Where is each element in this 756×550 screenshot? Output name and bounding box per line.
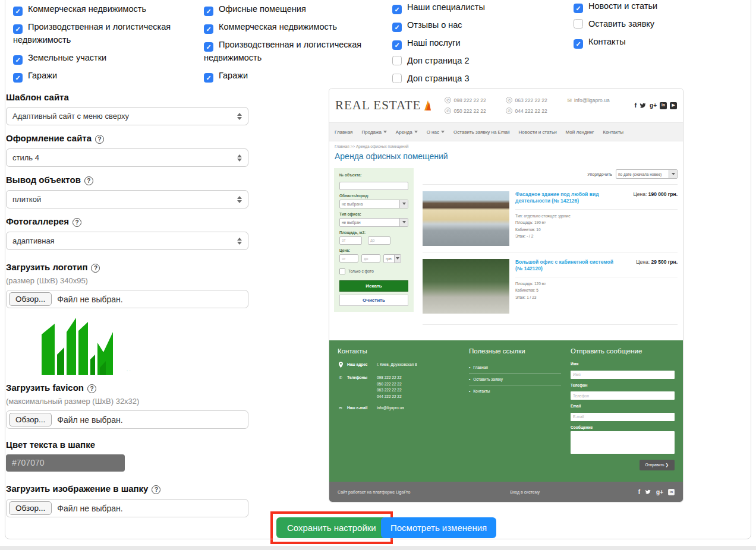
objects-view-select[interactable]: плиткой — [6, 190, 248, 208]
footer-link-home[interactable]: Главная — [469, 362, 561, 374]
listing-photo[interactable] — [423, 191, 509, 246]
checkbox-item[interactable]: Отзывы о нас — [392, 19, 559, 32]
template-select[interactable]: Адаптивный сайт с меню сверху — [6, 107, 248, 125]
checkbox-item[interactable]: Офисные помещения — [204, 3, 377, 16]
favicon-file-status: Файл не выбран. — [57, 415, 122, 425]
checkbox-item[interactable]: Гаражи — [13, 69, 193, 83]
checkbox-item[interactable]: Доп страница 2 — [392, 55, 559, 68]
breadcrumb[interactable]: Главная >> Аренда офисных помещений — [329, 141, 683, 150]
help-icon[interactable]: ? — [95, 135, 104, 144]
nav-item-sale[interactable]: Продажа — [361, 129, 386, 135]
checkbox-item[interactable]: Производственная и логистическая недвижи… — [13, 21, 193, 47]
nav-item-news[interactable]: Новости и статьи — [519, 129, 557, 135]
header-image-file-input[interactable]: Обзор... Файл не выбран. — [6, 499, 248, 517]
checkbox-item[interactable]: Коммерческая недвижимость — [13, 3, 193, 16]
checkbox[interactable] — [392, 5, 402, 14]
clear-button[interactable]: Очистить — [339, 295, 408, 306]
favicon-file-input[interactable]: Обзор... Файл не выбран. — [6, 410, 248, 429]
googleplus-icon[interactable]: g+ — [656, 489, 663, 495]
logo-file-input[interactable]: Обзор... Файл не выбран. — [6, 290, 248, 308]
linkedin-icon[interactable]: in — [668, 489, 675, 495]
checkbox[interactable] — [204, 24, 213, 34]
twitter-icon[interactable] — [640, 103, 647, 109]
price-to-input[interactable] — [361, 254, 380, 263]
nav-item-about[interactable]: О нас — [427, 129, 445, 135]
name-input[interactable] — [571, 371, 675, 379]
linkedin-icon[interactable]: in — [660, 102, 667, 109]
area-from-input[interactable] — [339, 236, 362, 245]
checkbox-item[interactable]: Доп страница 3 — [392, 72, 559, 86]
checkbox-item[interactable]: Контакты — [574, 36, 740, 49]
checkbox-item[interactable]: Коммерческая недвижимость — [204, 21, 377, 34]
site-brand[interactable]: REAL ESTATE — [335, 98, 421, 113]
help-icon[interactable]: ? — [73, 218, 81, 227]
help-icon[interactable]: ? — [91, 264, 100, 273]
checkbox[interactable] — [574, 19, 583, 29]
phone-input[interactable] — [571, 391, 675, 400]
checkbox-item[interactable]: Оставить заявку — [574, 18, 740, 31]
footer-link-request[interactable]: Оставить заявку — [469, 374, 561, 385]
currency-select[interactable]: грн. — [383, 254, 401, 263]
style-select[interactable]: стиль 4 — [6, 148, 248, 167]
nav-item-home[interactable]: Главная — [335, 129, 352, 135]
email-input[interactable] — [571, 413, 675, 421]
checkbox[interactable] — [392, 56, 402, 65]
sort-select[interactable]: по дате (сначала новее) — [616, 169, 678, 179]
platform-credit[interactable]: Сайт работает на платформе LigaPro — [338, 490, 410, 494]
help-icon[interactable]: ? — [152, 485, 160, 494]
facebook-icon[interactable]: f — [638, 489, 640, 495]
checkbox[interactable] — [392, 23, 402, 32]
listing-title-link[interactable]: Фасадное здание под любой вид деятельнос… — [515, 191, 616, 205]
gallery-select[interactable]: адаптивная — [6, 232, 248, 250]
photo-only-checkbox[interactable] — [339, 268, 345, 274]
checkbox-item[interactable]: Наши специалисты — [392, 1, 559, 14]
listing-title-link[interactable]: Большой офис с кабинетной системой (№ 14… — [515, 259, 616, 273]
checkbox[interactable] — [13, 7, 23, 16]
help-icon[interactable]: ? — [87, 384, 96, 393]
email-value[interactable]: info@ligapro.ua — [377, 405, 404, 411]
checkbox[interactable] — [13, 55, 23, 65]
checkbox[interactable] — [574, 4, 583, 13]
checkbox[interactable] — [392, 40, 402, 50]
checkbox-item[interactable]: Гаражи — [204, 69, 377, 83]
send-message-button[interactable]: Отправить ❯ — [640, 460, 675, 470]
nav-item-landing[interactable]: Мой лендинг — [566, 129, 594, 135]
search-button[interactable]: Искать — [339, 280, 408, 292]
youtube-icon[interactable]: ▶ — [670, 102, 677, 109]
googleplus-icon[interactable]: g+ — [650, 103, 657, 109]
region-select[interactable]: не выбрана — [339, 200, 408, 208]
email-link[interactable]: ✉info@ligapro.ua — [567, 97, 609, 103]
message-textarea[interactable] — [571, 431, 675, 454]
price-from-input[interactable] — [339, 254, 358, 263]
header-text-color-swatch[interactable]: #707070 — [6, 454, 125, 472]
checkbox-item[interactable]: Производственная и логистическая недвижи… — [204, 39, 377, 65]
object-number-input[interactable] — [339, 182, 408, 190]
checkbox[interactable] — [13, 73, 23, 83]
checkbox[interactable] — [204, 7, 213, 16]
listing-photo[interactable] — [423, 259, 509, 314]
checkbox-item[interactable]: Новости и статьи — [574, 0, 740, 13]
checkbox[interactable] — [204, 42, 213, 52]
footer-link-contacts[interactable]: Контакты — [469, 385, 561, 397]
facebook-icon[interactable]: f — [634, 102, 637, 109]
checkbox[interactable] — [392, 74, 402, 83]
help-icon[interactable]: ? — [84, 176, 93, 185]
nav-item-request[interactable]: Оставить заявку на Email — [453, 129, 510, 135]
logo-browse-button[interactable]: Обзор... — [9, 292, 52, 306]
nav-item-contacts[interactable]: Контакты — [603, 129, 624, 135]
area-to-input[interactable] — [368, 236, 390, 245]
view-changes-button[interactable]: Посмотреть изменения — [381, 517, 496, 538]
nav-item-rent[interactable]: Аренда — [396, 129, 418, 135]
checkbox-item[interactable]: Наші послуги — [392, 37, 559, 50]
checkbox[interactable] — [204, 73, 213, 83]
login-link[interactable]: Вход в систему — [510, 490, 540, 494]
office-type-select[interactable]: не выбран — [339, 218, 408, 227]
photo-only-option[interactable]: Только с фото — [339, 268, 408, 274]
checkbox[interactable] — [13, 24, 23, 34]
save-settings-button[interactable]: Сохранить настройки — [276, 517, 387, 538]
twitter-icon[interactable] — [645, 489, 651, 495]
checkbox-item[interactable]: Земельные участки — [13, 52, 193, 65]
checkbox[interactable] — [574, 39, 583, 49]
favicon-browse-button[interactable]: Обзор... — [9, 413, 52, 426]
header-image-browse-button[interactable]: Обзор... — [9, 501, 52, 515]
